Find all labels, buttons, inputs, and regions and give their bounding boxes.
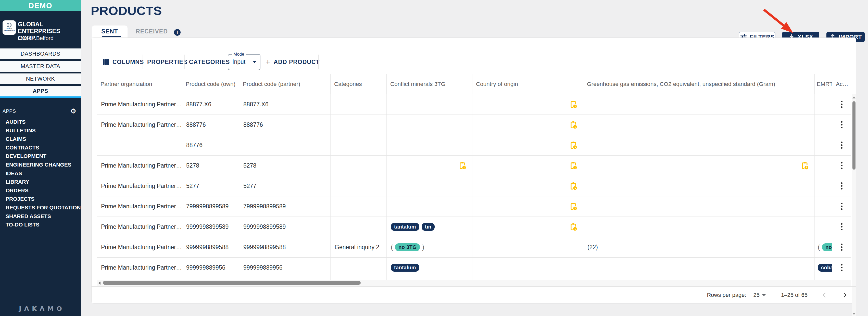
cell-actions: [832, 237, 851, 257]
annotation-arrow: [762, 8, 800, 36]
sidebar-app-item-requests-for-quotation[interactable]: REQUESTS FOR QUOTATION: [0, 203, 81, 212]
row-menu-kebab-icon[interactable]: [837, 240, 847, 255]
user-name: Jordan Belford: [18, 35, 54, 41]
cell-categories: [331, 196, 387, 217]
tag-pill-tantalum: tantalum: [391, 264, 419, 272]
cell-partner: Prime Manufacturing Partner…: [97, 217, 182, 237]
row-menu-kebab-icon[interactable]: [837, 97, 847, 112]
column-header-categories[interactable]: Categories: [331, 74, 387, 94]
products-table: Partner organization Product code (own) …: [97, 74, 851, 280]
sidebar-item-apps[interactable]: APPS: [0, 86, 81, 96]
column-header-conflict-minerals[interactable]: Conflict minerals 3TG: [387, 74, 472, 94]
mode-select-value: Input: [232, 58, 245, 65]
cell-emrt: [815, 196, 832, 217]
table-row: Prime Manufacturing Partner…999999889958…: [97, 237, 851, 257]
sidebar-item-master-data[interactable]: MASTER DATA: [0, 61, 81, 72]
sidebar-app-item-claims[interactable]: CLAIMS: [0, 135, 81, 143]
column-header-ghg[interactable]: Greenhouse gas emissions, CO2 equivalent…: [583, 74, 815, 94]
sidebar-app-item-bulletins[interactable]: BULLETINS: [0, 126, 81, 135]
cell-country-of-origin: [472, 135, 583, 155]
scroll-up-arrow-icon[interactable]: [852, 96, 856, 98]
cell-ghg-emissions: (22): [583, 237, 815, 257]
cell-actions: [832, 176, 851, 196]
vertical-scrollbar-thumb[interactable]: [852, 101, 856, 169]
table-row: 88776: [97, 135, 851, 155]
table-row: Prime Manufacturing Partner…999999889956…: [97, 257, 851, 278]
info-icon[interactable]: i: [174, 29, 181, 36]
table-row-partial: [97, 278, 851, 280]
sidebar-app-item-engineering-changes[interactable]: ENGINEERING CHANGES: [0, 160, 81, 169]
sidebar-app-item-development[interactable]: DEVELOPMENT: [0, 152, 81, 160]
cell-emrt: cobalt: [815, 257, 832, 278]
vertical-scrollbar[interactable]: [852, 94, 856, 316]
cell-code-own: 888776: [182, 115, 239, 135]
properties-button[interactable]: PROPERTIES: [147, 57, 187, 67]
tab-sent[interactable]: SENT: [92, 26, 127, 37]
cell-categories: [331, 115, 387, 135]
cell-emrt: (no EMRT: [815, 237, 832, 257]
sidebar-app-item-contracts[interactable]: CONTRACTS: [0, 143, 81, 152]
add-product-button[interactable]: + ADD PRODUCT: [266, 57, 320, 67]
horizontal-scrollbar[interactable]: [97, 280, 851, 286]
cell-categories: General inquiry 2: [331, 237, 387, 257]
column-header-code-own[interactable]: Product code (own): [182, 74, 239, 94]
cell-categories: [331, 155, 387, 176]
chevron-down-icon: [253, 61, 256, 63]
column-header-code-partner[interactable]: Product code (partner): [239, 74, 331, 94]
cell-conflict-minerals: [387, 115, 472, 135]
sidebar-app-item-audits[interactable]: AUDITS: [0, 118, 81, 126]
row-menu-kebab-icon[interactable]: [837, 117, 847, 132]
sidebar: DEMO GLOBAL ENTERPRISES CORPORATION INC.…: [0, 0, 81, 316]
apps-section-label: APPS: [3, 108, 16, 114]
toolbar-separator: [143, 55, 143, 69]
row-menu-kebab-icon[interactable]: [837, 219, 847, 234]
cell-partner: Prime Manufacturing Partner…: [97, 155, 182, 176]
column-header-emrt[interactable]: EMRT: [815, 74, 832, 94]
table-row: Prime Manufacturing Partner…888776888776: [97, 115, 851, 135]
column-header-country[interactable]: Country of origin: [472, 74, 583, 94]
previous-page-button[interactable]: [821, 291, 828, 299]
scroll-left-arrow-icon[interactable]: [98, 282, 100, 285]
horizontal-scrollbar-thumb[interactable]: [103, 281, 361, 285]
sidebar-app-item-projects[interactable]: PROJECTS: [0, 195, 81, 203]
row-menu-kebab-icon[interactable]: [837, 137, 847, 153]
company-logo: GLOBAL ENTERPRISES CORPORATION INC.: [3, 21, 16, 35]
pending-clipboard-icon: [569, 161, 578, 170]
rows-per-page-select[interactable]: 25: [753, 292, 766, 298]
cell-conflict-minerals: [387, 155, 472, 176]
toolbar-separator: [184, 55, 185, 69]
cell-categories: [331, 94, 387, 115]
row-menu-kebab-icon[interactable]: [837, 199, 847, 214]
columns-button[interactable]: COLUMNS: [102, 57, 144, 67]
gear-icon[interactable]: ⚙: [70, 107, 76, 115]
column-header-actions[interactable]: Ac…: [832, 74, 851, 94]
cell-emrt: [815, 176, 832, 196]
table-footer: Rows per page: 25 1–25 of 65: [92, 286, 856, 304]
cell-conflict-minerals: [387, 176, 472, 196]
cell-country-of-origin: [472, 176, 583, 196]
row-menu-kebab-icon[interactable]: [837, 260, 847, 275]
globe-icon: [7, 23, 12, 28]
mode-select[interactable]: Mode Input: [228, 54, 260, 70]
cell-ghg-emissions: [583, 135, 815, 155]
tab-received[interactable]: RECEIVED: [133, 26, 171, 37]
column-header-partner[interactable]: Partner organization: [97, 74, 182, 94]
row-menu-kebab-icon[interactable]: [837, 178, 847, 194]
cell-code-own: 5278: [182, 155, 239, 176]
pending-clipboard-icon: [801, 161, 809, 170]
sidebar-app-item-to-do-lists[interactable]: TO-DO LISTS: [0, 220, 81, 229]
next-page-button[interactable]: [841, 291, 848, 299]
sidebar-app-item-shared-assets[interactable]: SHARED ASSETS: [0, 212, 81, 221]
row-menu-kebab-icon[interactable]: [837, 158, 847, 173]
table-header-row: Partner organization Product code (own) …: [97, 74, 851, 94]
sidebar-app-item-ideas[interactable]: IDEAS: [0, 169, 81, 178]
sidebar-item-dashboards[interactable]: DASHBOARDS: [0, 49, 81, 59]
sidebar-app-item-library[interactable]: LIBRARY: [0, 178, 81, 186]
sidebar-item-network[interactable]: NETWORK: [0, 73, 81, 84]
apps-active-indicator: [0, 96, 81, 98]
cell-emrt: [815, 135, 832, 155]
sidebar-app-item-orders[interactable]: ORDERS: [0, 186, 81, 195]
scroll-down-arrow-icon[interactable]: [852, 313, 856, 315]
cell-emrt: [815, 94, 832, 115]
categories-button[interactable]: CATEGORIES: [189, 57, 230, 67]
